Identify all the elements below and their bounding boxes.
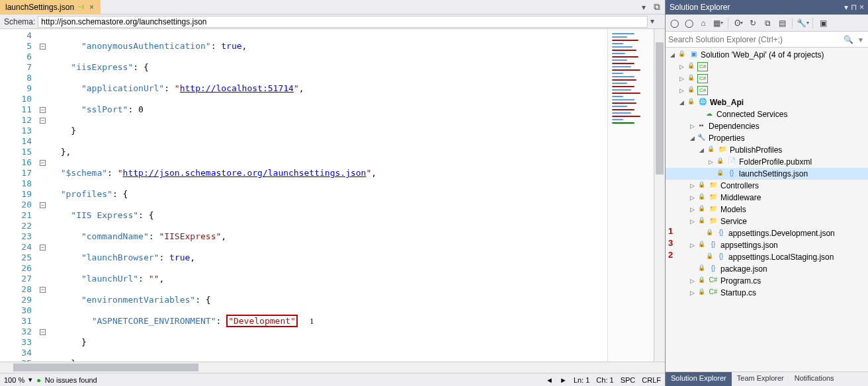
tree-dependencies[interactable]: ▪▪ Dependencies	[666, 120, 868, 132]
status-spc[interactable]: SPC	[621, 376, 636, 384]
tree-publish-profiles[interactable]: 🔒 📁 PublishProfiles	[666, 144, 868, 156]
nav-next-icon[interactable]: ►	[560, 376, 567, 384]
expand-icon[interactable]	[677, 99, 685, 106]
expand-icon[interactable]	[688, 182, 696, 189]
tree-project-collapsed[interactable]: 🔒 C#	[666, 73, 868, 85]
split-editor-icon[interactable]: ⧉	[652, 2, 662, 13]
annotation-2: 2	[668, 250, 673, 260]
expand-icon[interactable]	[707, 159, 715, 165]
back-icon[interactable]: ◯	[668, 17, 680, 29]
search-icon[interactable]: 🔍	[841, 35, 856, 44]
solution-tree[interactable]: 🔒 ▣ Solution 'Web_Api' (4 of 4 projects)…	[666, 48, 868, 371]
pin-icon[interactable]: ⊣	[78, 3, 84, 11]
switch-views-icon[interactable]: ▦	[712, 17, 724, 29]
tree-models[interactable]: 🔒 📁 Models	[666, 204, 868, 215]
close-icon[interactable]: ×	[859, 3, 864, 12]
fold-toggle[interactable]: −	[40, 329, 46, 335]
panel-menu-icon[interactable]: ▾	[844, 3, 848, 12]
fold-toggle[interactable]: −	[40, 287, 46, 293]
tree-label: Properties	[709, 134, 745, 143]
expand-icon[interactable]	[688, 123, 696, 130]
lock-icon: 🔒	[685, 98, 696, 107]
lock-icon: 🔒	[715, 169, 725, 178]
forward-icon[interactable]: ◯	[683, 17, 695, 29]
expand-icon[interactable]	[677, 75, 685, 82]
tree-appsettings[interactable]: 🔒 {} appsettings.json	[666, 239, 868, 251]
lock-icon: 🔒	[696, 264, 707, 274]
tree-program-cs[interactable]: 🔒 C# Program.cs	[666, 275, 868, 287]
tab-notifications[interactable]: Notifications	[789, 372, 840, 386]
solution-search-box[interactable]: 🔍 ▾	[666, 32, 868, 48]
vertical-scrollbar[interactable]	[654, 29, 665, 362]
nav-prev-icon[interactable]: ◄	[546, 376, 553, 384]
csharp-file-icon: C#	[708, 288, 718, 297]
fold-toggle[interactable]: −	[40, 118, 46, 124]
collapse-all-icon[interactable]: ⧉	[761, 17, 773, 29]
fold-gutter: − − − − − − − −	[40, 29, 50, 362]
expand-icon[interactable]	[688, 206, 696, 213]
status-ch[interactable]: Ch: 1	[596, 376, 613, 384]
expand-icon[interactable]	[688, 135, 696, 141]
fold-toggle[interactable]: −	[40, 202, 46, 208]
tab-team-explorer[interactable]: Team Explorer	[732, 372, 789, 386]
tree-middleware[interactable]: 🔒 📁 Middleware	[666, 192, 868, 204]
solution-explorer-title-bar[interactable]: Solution Explorer ▾ ⊓ ×	[666, 0, 868, 15]
tree-launchsettings[interactable]: 🔒 {} launchSettings.json	[666, 168, 868, 180]
solution-search-input[interactable]	[668, 35, 841, 44]
search-dropdown-icon[interactable]: ▾	[856, 35, 865, 44]
tree-project-collapsed[interactable]: 🔒 C#	[666, 85, 868, 96]
tree-project-collapsed[interactable]: 🔒 C#	[666, 61, 868, 73]
code-editor[interactable]: "anonymousAuthentication": true, "iisExp…	[50, 29, 607, 362]
code-minimap[interactable]	[607, 29, 654, 362]
status-ln[interactable]: Ln: 1	[574, 376, 589, 384]
json-file-icon: {}	[708, 264, 718, 274]
show-all-files-icon[interactable]: ▤	[776, 17, 788, 29]
lock-icon: 🔒	[685, 62, 696, 71]
panel-title: Solution Explorer	[670, 3, 730, 12]
tree-folderprofile[interactable]: 🔒 📄 FolderProfile.pubxml	[666, 156, 868, 168]
expand-icon[interactable]	[668, 52, 676, 58]
project-icon: 🌐	[697, 98, 708, 107]
expand-icon[interactable]	[677, 87, 685, 94]
expand-icon[interactable]	[688, 194, 696, 201]
tab-bar: launchSettings.json ⊣ × ▾ ⧉	[0, 0, 665, 15]
file-tab-active[interactable]: launchSettings.json ⊣ ×	[0, 0, 101, 14]
tree-appsettings-localstaging[interactable]: 🔒 {} appsettings.LocalStaging.json	[666, 251, 868, 263]
tree-appsettings-dev[interactable]: 🔒 {} appsettings.Development.json	[666, 227, 868, 239]
properties-icon[interactable]: 🔧	[797, 17, 808, 29]
schema-url-input[interactable]	[38, 16, 648, 28]
horizontal-scrollbar[interactable]	[0, 362, 665, 373]
close-icon[interactable]: ×	[88, 3, 95, 12]
tree-package-json[interactable]: 🔒 {} package.json	[666, 263, 868, 275]
fold-toggle[interactable]: −	[40, 107, 46, 113]
tab-solution-explorer[interactable]: Solution Explorer	[666, 372, 732, 386]
fold-toggle[interactable]: −	[40, 245, 46, 251]
tab-dropdown-icon[interactable]: ▾	[638, 2, 649, 13]
tree-solution-root[interactable]: 🔒 ▣ Solution 'Web_Api' (4 of 4 projects)	[666, 49, 868, 61]
zoom-level[interactable]: 100 %	[4, 376, 24, 384]
sync-icon[interactable]: ↻	[747, 17, 759, 29]
zoom-dropdown-icon[interactable]: ▾	[28, 375, 32, 384]
preview-icon[interactable]: ▣	[817, 17, 829, 29]
expand-icon[interactable]	[688, 278, 696, 284]
gear-icon[interactable]: ▾	[650, 17, 661, 27]
fold-toggle[interactable]: −	[40, 160, 46, 166]
tree-properties[interactable]: 🔧 Properties	[666, 132, 868, 144]
lock-icon: 🔒	[676, 50, 687, 59]
tree-startup-cs[interactable]: 🔒 C# Startup.cs	[666, 287, 868, 299]
expand-icon[interactable]	[697, 147, 705, 153]
pin-icon[interactable]: ⊓	[851, 3, 857, 12]
expand-icon[interactable]	[688, 218, 696, 225]
file-icon: 📄	[726, 157, 737, 167]
tree-controllers[interactable]: 🔒 📁 Controllers	[666, 180, 868, 192]
expand-icon[interactable]	[677, 63, 685, 70]
expand-icon[interactable]	[688, 242, 696, 249]
home-icon[interactable]: ⌂	[697, 17, 709, 29]
expand-icon[interactable]	[688, 290, 696, 296]
tree-connected-services[interactable]: ☁ Connected Services	[666, 108, 868, 120]
fold-toggle[interactable]: −	[40, 44, 46, 50]
tree-service[interactable]: 🔒 📁 Service	[666, 215, 868, 227]
tree-project-webapi[interactable]: 🔒 🌐 Web_Api	[666, 96, 868, 108]
status-crlf[interactable]: CRLF	[642, 376, 661, 384]
pending-changes-icon[interactable]: ʘ	[732, 17, 744, 29]
